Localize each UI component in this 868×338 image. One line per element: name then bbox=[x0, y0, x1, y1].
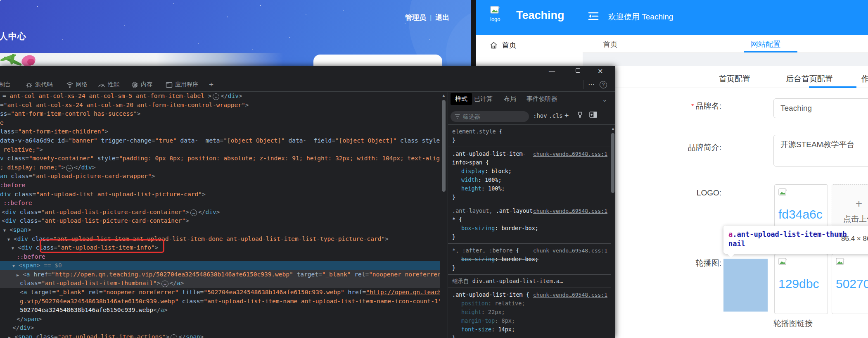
tab-home[interactable]: 首页 bbox=[603, 39, 618, 49]
devtools-code-line[interactable]: <div class="ant-upload-list-picture-card… bbox=[0, 217, 440, 226]
upload-label: 点击上传 bbox=[832, 214, 868, 224]
home-icon bbox=[490, 41, 498, 49]
tab-styles[interactable]: 样式 bbox=[451, 93, 472, 105]
devtools-code-line[interactable]: lass="ant-form-item-children"> bbox=[0, 127, 440, 136]
devtools-code-line[interactable]: div class="ant-upload-list ant-upload-li… bbox=[0, 190, 440, 199]
tab-computed[interactable]: 已计算 bbox=[474, 95, 493, 103]
devtools-code-line[interactable]: 502704ea324548638b146afe6150c939.webp</a… bbox=[0, 306, 440, 315]
styles-rule[interactable]: chunk-vendo…69548.css:1.ant-layout, .ant… bbox=[448, 204, 611, 244]
gauge-icon bbox=[98, 81, 105, 88]
banner-upload-item-2[interactable]: 502704 bbox=[832, 254, 868, 314]
code-scrollbar[interactable]: ▲ bbox=[440, 92, 448, 338]
brand-name: Teaching bbox=[516, 9, 564, 22]
banner-link-label: 轮播图链接 bbox=[773, 318, 813, 329]
tab-ink-bar bbox=[744, 51, 797, 52]
devtools-code-line[interactable]: ::before bbox=[0, 252, 440, 262]
logo-label: LOGO: bbox=[670, 188, 721, 198]
tab-site-config[interactable]: 网站配置 bbox=[751, 39, 780, 49]
devtools-titlebar: — ✕ bbox=[0, 66, 615, 78]
tab-event-listeners[interactable]: 事件侦听器 bbox=[526, 95, 557, 103]
paint-brush-icon[interactable] bbox=[577, 112, 583, 120]
devtools-toolbar: 控制台 源代码 网络 性能 内存 应用程序 + ⋯ ? bbox=[0, 78, 615, 92]
devtools-code-line[interactable]: </span> bbox=[0, 315, 440, 324]
class-toggle[interactable]: .cls bbox=[549, 112, 563, 119]
brand-intro-label: 品牌简介: bbox=[670, 142, 721, 153]
devtools-code-line[interactable]: ▼<span> bbox=[0, 226, 440, 235]
devtools-code-line[interactable]: :before bbox=[0, 181, 440, 190]
styles-filter-input[interactable]: 筛选器 bbox=[451, 111, 529, 122]
scrollbar-thumb[interactable] bbox=[442, 100, 446, 192]
welcome-text: 欢迎使用 Teaching bbox=[608, 12, 673, 22]
devtools-code-line[interactable]: ▶<a href="http://open.qn.teaching.vip/50… bbox=[0, 270, 440, 279]
subtab-admin-home-config[interactable]: 后台首页配置 bbox=[786, 74, 833, 84]
banner-file-link-2[interactable]: 502704 bbox=[836, 277, 868, 291]
sidebar-item-home[interactable]: 首页 bbox=[476, 35, 583, 50]
new-rule-button[interactable]: + bbox=[564, 111, 569, 119]
required-asterisk: * bbox=[691, 102, 694, 110]
brand-intro-textarea[interactable]: 开源STEAM教学平台 bbox=[773, 135, 868, 167]
personal-center-page: 个人中心 管理员 | 退出 bbox=[0, 0, 471, 66]
brand-logo[interactable]: logo bbox=[490, 6, 500, 22]
devtools-code-line[interactable]: ▼<span> == $0 bbox=[0, 261, 440, 270]
content-card-peek bbox=[313, 55, 442, 66]
tab-console[interactable]: 控制台 bbox=[0, 78, 11, 92]
subtab-home-config[interactable]: 首页配置 bbox=[719, 74, 750, 84]
tab-sources[interactable]: 源代码 bbox=[26, 78, 52, 92]
filter-icon bbox=[454, 114, 460, 119]
minimize-button[interactable]: — bbox=[549, 67, 555, 74]
devtools-code-line[interactable]: = ant-col ant-col-xs-24 ant-col-sm-5 ant… bbox=[0, 92, 440, 101]
tab-memory[interactable]: 内存 bbox=[131, 78, 152, 92]
hover-state-toggle[interactable]: :hov bbox=[533, 112, 547, 119]
scroll-up-arrow[interactable]: ▲ bbox=[611, 126, 615, 131]
styles-rule[interactable]: chunk-vendo…69548.css:1.ant-upload-list-… bbox=[448, 147, 611, 204]
devtools-code-line[interactable]: ; display: none;">…</div> bbox=[0, 163, 440, 172]
tab-application[interactable]: 应用程序 bbox=[166, 78, 198, 92]
devtools-code-line[interactable]: ="ant-col ant-col-xs-24 ant-col-sm-20 an… bbox=[0, 101, 440, 110]
more-options-icon[interactable]: ⋯ bbox=[588, 80, 595, 88]
scrollbar-thumb[interactable] bbox=[611, 133, 614, 193]
devtools-code-line[interactable]: ss="ant-form-item-control has-success"> bbox=[0, 109, 440, 119]
plus-icon: + bbox=[832, 198, 868, 209]
wifi-icon bbox=[66, 81, 74, 88]
scroll-up-arrow[interactable]: ▲ bbox=[442, 93, 446, 98]
subtab-ink-bar bbox=[809, 86, 856, 88]
admin-link[interactable]: 管理员 bbox=[405, 13, 426, 22]
add-tab-button[interactable]: + bbox=[209, 78, 213, 92]
close-button[interactable]: ✕ bbox=[598, 67, 603, 75]
banner-file-link-1[interactable]: 129dbc bbox=[778, 277, 824, 291]
subtab-works-share[interactable]: 作品分享页 bbox=[861, 74, 868, 84]
sidebar-item-label: 首页 bbox=[502, 40, 517, 50]
devtools-code-line[interactable]: g.vip/502704ea324548638b146afe6150c939.w… bbox=[0, 297, 440, 306]
tab-performance[interactable]: 性能 bbox=[98, 78, 119, 92]
screenshot-stage: 个人中心 管理员 | 退出 logo Teaching 欢迎使用 Teac bbox=[0, 0, 868, 338]
chevron-down-icon[interactable]: ⌄ bbox=[602, 96, 607, 103]
devtools-code-line[interactable]: e bbox=[0, 119, 440, 128]
devtools-code-line[interactable]: <div class="ant-upload-list-picture-card… bbox=[0, 208, 440, 217]
help-icon[interactable]: ? bbox=[600, 81, 607, 88]
devtools-code-line[interactable]: <a target="_blank" rel="noopener norefer… bbox=[0, 288, 440, 297]
page-title: 个人中心 bbox=[0, 31, 26, 42]
styles-rule[interactable]: chunk-vendo…69548.css:1.ant-upload-list-… bbox=[448, 288, 611, 338]
brand-name-input[interactable] bbox=[773, 98, 868, 118]
maximize-button[interactable] bbox=[576, 66, 580, 73]
devtools-code-line[interactable]: an class="ant-upload-picture-card-wrappe… bbox=[0, 172, 440, 181]
devtools-code-line[interactable]: </div> bbox=[0, 324, 440, 333]
styles-pane-tabs: 样式 已计算 布局 事件侦听器 ⌄ bbox=[448, 92, 615, 108]
tab-layout[interactable]: 布局 bbox=[504, 95, 516, 103]
logout-link[interactable]: 退出 bbox=[435, 13, 449, 22]
styles-rule[interactable]: element.style {} bbox=[448, 125, 611, 147]
devtools-code-line[interactable]: data-v-a64a6d9c id="banner" trigger-chan… bbox=[0, 136, 440, 145]
logo-file-link[interactable]: fd34a6c bbox=[778, 207, 824, 221]
devtools-code-line[interactable]: ▶<span class="ant-upload-list-item-actio… bbox=[0, 333, 440, 338]
banner-upload-item-1[interactable]: 129dbc bbox=[774, 254, 828, 314]
bug-icon bbox=[26, 81, 33, 88]
devtools-code-line[interactable]: relative;"> bbox=[0, 145, 440, 155]
devtools-code-line[interactable]: v class="movety-container" style="paddin… bbox=[0, 154, 440, 163]
tab-network[interactable]: 网络 bbox=[66, 78, 88, 92]
devtools-code-line[interactable]: class="ant-upload-list-item-thumbnail">…… bbox=[0, 279, 440, 288]
styles-pane: 样式 已计算 布局 事件侦听器 ⌄ 筛选器 :hov .cls + bbox=[448, 92, 615, 338]
styles-rule[interactable]: chunk-vendo…69548.css:1*, :after, :befor… bbox=[448, 244, 611, 275]
menu-fold-icon[interactable] bbox=[588, 11, 599, 23]
computed-sidebar-toggle-icon[interactable] bbox=[589, 112, 597, 119]
devtools-code-line[interactable]: ::before bbox=[0, 199, 440, 208]
